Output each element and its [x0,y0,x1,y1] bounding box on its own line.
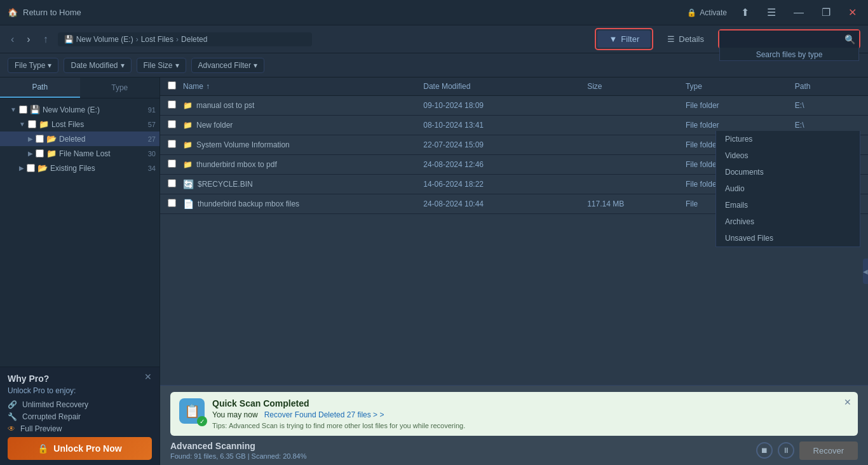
row1-name: 📁manual ost to pst [183,101,423,110]
tab-path[interactable]: Path [0,78,80,98]
content-area: Name ↑ Date Modified Size Type Path 📁man… [160,78,868,465]
tree-checkbox-volume[interactable] [19,105,27,114]
tree-item-deleted[interactable]: ▶ 📂 Deleted 27 [0,131,159,146]
row1-type: File folder [686,101,795,110]
adv-scan-info: Found: 91 files, 6.35 GB | Scanned: 20.8… [170,452,306,460]
promo-label-unlimited: Unlimited Recovery [22,400,88,409]
search-dd-pictures[interactable]: Pictures [716,131,860,147]
scan-recover-link[interactable]: Recover Found Deleted 27 files > > [264,410,384,419]
minimize-button[interactable]: — [790,4,808,21]
file-tree: ▼ 💾 New Volume (E:) 91 ▼ 📁 Lost Files 57… [0,98,159,367]
tab-type[interactable]: Type [80,78,160,98]
activate-area: 🔒 Activate [687,8,727,17]
row1-path: E:\ [795,101,860,110]
menu-icon[interactable]: ☰ [763,4,780,21]
tree-count-volume: 91 [148,106,156,114]
check-badge: ✓ [197,416,207,426]
expand-icon-lost: ▼ [19,121,25,128]
row6-name-text: thunderbird backup mbox files [198,199,299,208]
tree-item-existing-files[interactable]: ▶ 📂 Existing Files 34 [0,161,159,175]
update-icon[interactable]: ⬆ [737,4,753,21]
th-path[interactable]: Path [795,82,860,91]
tree-checkbox-fml[interactable] [36,149,44,158]
file-type-filter[interactable]: File Type ▾ [8,58,58,73]
promo-icon-unlimited: 🔗 [8,400,17,409]
tree-label-lost-files: Lost Files [51,120,84,129]
table-row[interactable]: 📁manual ost to pst 09-10-2024 18:09 File… [160,96,868,116]
breadcrumb-volume[interactable]: New Volume (E:) [76,35,133,44]
folder-icon-deleted: 📂 [46,134,57,144]
date-modified-filter[interactable]: Date Modified ▾ [64,58,131,73]
maximize-button[interactable]: ❐ [818,4,834,21]
scan-subtitle-before: You may now [212,410,258,419]
tree-item-new-volume[interactable]: ▼ 💾 New Volume (E:) 91 [0,102,159,117]
tree-item-lost-files[interactable]: ▼ 📁 Lost Files 57 [0,117,159,131]
back-button[interactable]: ‹ [8,31,17,48]
tree-label-new-volume: New Volume (E:) [43,105,100,114]
up-button[interactable]: ↑ [40,31,51,48]
home-icon: 🏠 [8,8,18,17]
tree-checkbox-deleted[interactable] [36,135,44,143]
filter-button[interactable]: ▼ Filter [597,30,651,48]
scan-complete-text: Quick Scan Completed You may now Recover… [212,398,849,429]
th-type[interactable]: Type [686,82,795,91]
th-date-modified[interactable]: Date Modified [423,82,587,91]
search-dropdown: Pictures Videos Documents Audio Emails A… [715,131,860,247]
th-name[interactable]: Name ↑ [183,82,423,91]
search-dd-documents[interactable]: Documents [716,164,860,180]
select-all-checkbox[interactable] [168,81,176,90]
row3-checkbox[interactable] [168,140,183,150]
breadcrumb-hdd-icon: 💾 [64,35,74,44]
titlebar-right: 🔒 Activate ⬆ ☰ — ❐ ✕ [687,4,860,21]
search-input[interactable] [719,30,859,48]
row6-checkbox[interactable] [168,199,183,209]
forward-button[interactable]: › [24,31,33,48]
navbar: ‹ › ↑ 💾 New Volume (E:) › Lost Files › D… [0,25,868,53]
row2-date: 08-10-2024 13:41 [423,121,587,130]
unlock-pro-button[interactable]: 🔒 Unlock Pro Now [8,437,152,460]
promo-feature-corrupted: 🔧 Corrupted Repair [8,412,152,421]
row6-size: 117.14 MB [587,199,686,208]
row1-checkbox[interactable] [168,100,183,111]
scan-complete-box: ✕ 📋 ✓ Quick Scan Completed You may now R… [170,392,858,436]
file-type-label: File Type [15,61,45,70]
search-icon[interactable]: 🔍 [844,34,855,44]
stop-button[interactable]: ⏹ [756,442,773,459]
row4-name-text: thunderbird mbox to pdf [196,160,277,169]
right-resize-handle[interactable]: ◀ [863,259,868,284]
expand-icon-deleted: ▶ [28,135,33,142]
row2-name: 📁New folder [183,121,423,130]
breadcrumb-lost[interactable]: Lost Files [141,35,173,44]
tree-count-lost: 57 [148,121,156,128]
main-area: Path Type ▼ 💾 New Volume (E:) 91 ▼ 📁 Los… [0,78,868,465]
row2-checkbox[interactable] [168,120,183,130]
details-button[interactable]: ☰ Details [660,30,712,48]
search-dd-videos[interactable]: Videos [716,147,860,164]
row1-date: 09-10-2024 18:09 [423,101,587,110]
advanced-filter[interactable]: Advanced Filter ▾ [191,58,264,73]
row5-date: 14-06-2024 18:22 [423,180,587,189]
row4-name: 📁thunderbird mbox to pdf [183,160,423,169]
search-dd-emails[interactable]: Emails [716,197,860,213]
activate-label[interactable]: Activate [700,8,727,17]
recover-button[interactable]: Recover [799,441,858,460]
filter-icon: ▼ [609,34,617,44]
tree-checkbox-lost[interactable] [28,120,36,128]
search-dd-archives[interactable]: Archives [716,213,860,230]
close-button[interactable]: ✕ [844,4,860,21]
promo-close-button[interactable]: ✕ [144,372,152,381]
file-size-filter[interactable]: File Size ▾ [137,58,186,73]
tree-checkbox-existing[interactable] [27,164,35,172]
tree-item-file-name-lost[interactable]: ▶ 📁 File Name Lost 30 [0,146,159,161]
search-dd-unsaved[interactable]: Unsaved Files [716,230,860,246]
row3-name-text: System Volume Information [196,140,290,149]
home-label[interactable]: Return to Home [23,8,81,17]
row5-checkbox[interactable] [168,179,183,189]
breadcrumb-deleted[interactable]: Deleted [181,35,207,44]
pause-button[interactable]: ⏸ [778,442,794,459]
row4-checkbox[interactable] [168,159,183,170]
adv-scan-title: Advanced Scanning [170,441,306,451]
scan-complete-close-button[interactable]: ✕ [844,397,851,407]
search-dd-audio[interactable]: Audio [716,180,860,197]
th-size[interactable]: Size [587,82,686,91]
